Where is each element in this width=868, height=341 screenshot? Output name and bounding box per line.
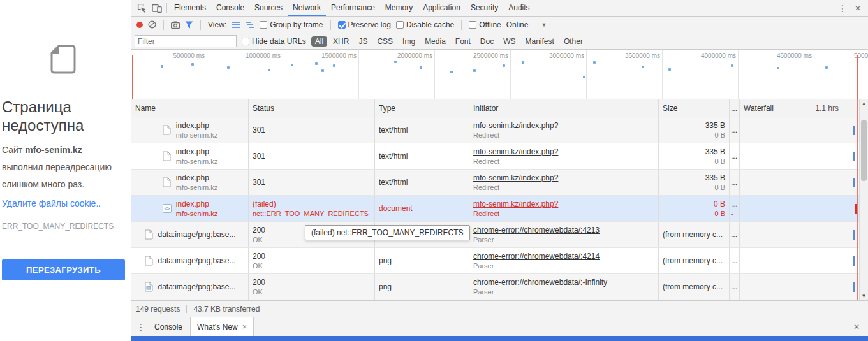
drawer-tab-console[interactable]: Console <box>148 317 189 336</box>
overflow-text: ... <box>731 178 738 187</box>
content-size: 0 B <box>714 209 725 218</box>
type-filter-css[interactable]: CSS <box>373 36 397 47</box>
network-table: Name Status Type Initiator Size ... Wate… <box>131 99 868 300</box>
column-header-waterfall[interactable]: Waterfall 1.1 hrs <box>740 99 868 117</box>
column-header-type[interactable]: Type <box>375 99 469 117</box>
column-header-status[interactable]: Status <box>249 99 375 117</box>
checkbox-label: Disable cache <box>406 20 454 29</box>
network-request-row[interactable]: index.php mfo-senim.kz 301 text/html mfo… <box>131 143 868 170</box>
tab-performance[interactable]: Performance <box>326 0 380 16</box>
network-request-row[interactable]: data:image/png;base... 200 OK chrome-err… <box>131 222 868 248</box>
checkbox-box[interactable] <box>396 21 404 29</box>
network-request-row[interactable]: index.php mfo-senim.kz 301 text/html mfo… <box>131 117 868 143</box>
tab-memory[interactable]: Memory <box>380 0 418 16</box>
throttling-select[interactable]: Online <box>506 20 529 29</box>
initiator-link[interactable]: chrome-error://chromewebdata/:4214 <box>473 252 654 261</box>
clear-icon[interactable] <box>148 20 156 29</box>
scroll-thumb[interactable] <box>861 120 867 181</box>
scroll-down-arrow[interactable]: ▼ <box>860 292 868 300</box>
checkbox-preserve-log[interactable]: Preserve log <box>338 20 391 29</box>
type-filter-other[interactable]: Other <box>560 36 587 47</box>
devtools-menu-icon[interactable]: ⋮ <box>835 0 850 16</box>
record-button[interactable] <box>136 22 143 28</box>
divider <box>461 20 462 30</box>
overview-request-dot <box>450 71 453 73</box>
devtools-close-icon[interactable]: ✕ <box>850 0 865 16</box>
overview-gridline <box>207 50 207 99</box>
initiator-link[interactable]: chrome-error://chromewebdata/:4213 <box>473 226 654 235</box>
checkbox-group-by-frame[interactable]: Group by frame <box>260 20 323 29</box>
whats-new-panel-edge <box>131 336 868 341</box>
network-request-row[interactable]: index.php mfo-senim.kz 301 text/html mfo… <box>131 170 868 196</box>
type-filter-font[interactable]: Font <box>452 36 474 47</box>
scroll-up-arrow[interactable]: ▲ <box>860 99 868 108</box>
type-filter-all[interactable]: All <box>311 36 327 47</box>
initiator-link[interactable]: chrome-error://chromewebdata/:-Infinity <box>473 278 654 287</box>
overview-tick-label: 4000000 ms <box>701 52 736 59</box>
tab-application[interactable]: Application <box>418 0 466 16</box>
column-header-size[interactable]: Size <box>659 99 730 117</box>
drawer-tab-whats-new[interactable]: What's New × <box>190 317 254 336</box>
overview-request-dot <box>583 76 585 78</box>
browser-window: Страница недоступна Сайт mfo-senim.kz вы… <box>0 0 868 341</box>
initiator-link[interactable]: mfo-senim.kz/index.php? <box>473 200 654 209</box>
initiator-link[interactable]: mfo-senim.kz/index.php? <box>473 173 654 183</box>
tab-audits[interactable]: Audits <box>503 0 534 16</box>
tab-elements[interactable]: Elements <box>169 0 211 16</box>
type-filter-js[interactable]: JS <box>355 36 371 47</box>
waterfall-bar <box>855 204 857 214</box>
device-toolbar-icon[interactable] <box>149 0 165 16</box>
filter-funnel-icon[interactable] <box>185 21 193 29</box>
network-overview[interactable]: 500000 ms1000000 ms1500000 ms2000000 ms2… <box>131 50 868 99</box>
chevron-down-icon[interactable]: ▼ <box>541 22 547 28</box>
devtools-tab-bar: ElementsConsoleSourcesNetworkPerformance… <box>131 0 868 17</box>
network-request-row[interactable]: data:image/png;base... 200 OK png chrome… <box>131 248 868 274</box>
tab-sources[interactable]: Sources <box>249 0 288 16</box>
type-filter-media[interactable]: Media <box>421 36 450 47</box>
type-filter-manifest[interactable]: Manifest <box>522 36 558 47</box>
waterfall-cell <box>740 196 868 221</box>
overview-tick-label: 3500000 ms <box>625 52 660 59</box>
overview-tick-label: 5000 <box>854 52 868 59</box>
column-header-overflow[interactable]: ... <box>730 99 740 117</box>
network-request-row[interactable]: <> index.php mfo-senim.kz (failed) net::… <box>131 196 868 222</box>
waterfall-bar <box>853 230 855 240</box>
column-header-name[interactable]: Name <box>131 99 249 117</box>
initiator-link[interactable]: mfo-senim.kz/index.php? <box>473 147 654 157</box>
type-filter-ws[interactable]: WS <box>499 36 519 47</box>
network-request-row[interactable]: data:image/png;base... 200 OK png chrome… <box>131 274 868 300</box>
inspect-icon[interactable] <box>134 0 149 16</box>
checkbox-offline[interactable]: Offline <box>469 20 501 29</box>
divider <box>186 305 187 313</box>
reload-button[interactable]: ПЕРЕЗАГРУЗИТЬ <box>2 259 125 280</box>
column-header-initiator[interactable]: Initiator <box>469 99 659 117</box>
content-size: 0 B <box>714 157 725 166</box>
request-domain: mfo-senim.kz <box>176 131 217 140</box>
delete-cookies-link[interactable]: Удалите файлы cookie.. <box>2 195 101 212</box>
checkbox-box[interactable] <box>469 21 476 29</box>
overview-gridline <box>434 50 435 99</box>
screenshot-camera-icon[interactable] <box>171 21 180 29</box>
request-type: png <box>379 256 465 266</box>
tab-console[interactable]: Console <box>211 0 249 16</box>
small-rows-view-icon[interactable] <box>232 21 240 29</box>
overview-request-dot <box>731 64 733 67</box>
type-filter-xhr[interactable]: XHR <box>329 36 353 47</box>
tab-security[interactable]: Security <box>466 0 503 16</box>
drawer-close-icon[interactable]: ✕ <box>849 317 864 336</box>
checkbox-disable-cache[interactable]: Disable cache <box>396 20 454 29</box>
type-filter-img[interactable]: Img <box>399 36 419 47</box>
checkbox-box[interactable] <box>242 38 249 45</box>
checkbox-box[interactable] <box>338 21 346 29</box>
checkbox-box[interactable] <box>260 21 267 29</box>
doc-file-icon <box>162 124 172 136</box>
drawer-menu-icon[interactable]: ⋮ <box>135 322 147 332</box>
tab-close-icon[interactable]: × <box>242 323 247 331</box>
filter-input[interactable] <box>135 35 237 47</box>
overview-view-icon[interactable] <box>246 21 254 29</box>
tab-network[interactable]: Network <box>288 0 326 16</box>
hide-data-urls-checkbox[interactable]: Hide data URLs <box>242 37 306 46</box>
initiator-link[interactable]: mfo-senim.kz/index.php? <box>473 121 654 131</box>
type-filter-doc[interactable]: Doc <box>476 36 497 47</box>
scrollbar[interactable]: ▲ ▼ <box>859 99 868 300</box>
